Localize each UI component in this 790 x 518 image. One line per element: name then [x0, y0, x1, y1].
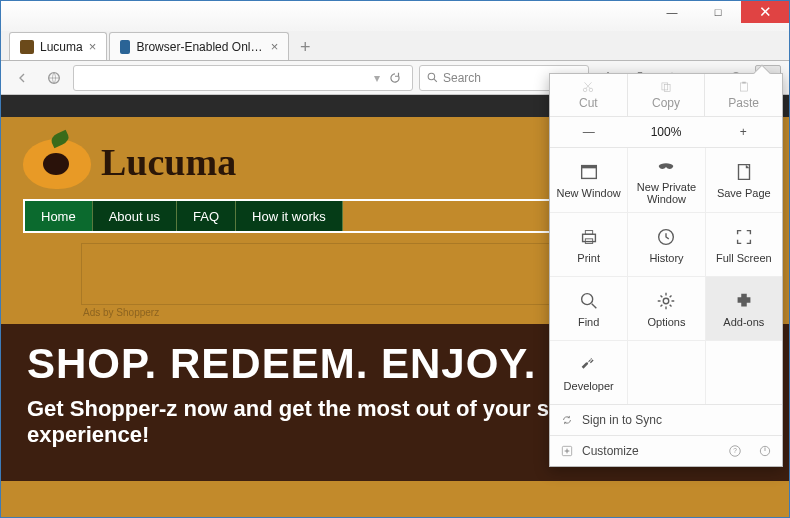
svg-rect-14: [581, 166, 596, 169]
addons-button[interactable]: Add-ons: [705, 276, 782, 340]
nav-faq[interactable]: FAQ: [177, 201, 236, 231]
new-private-window-button[interactable]: New Private Window: [627, 148, 704, 212]
new-tab-button[interactable]: +: [291, 34, 319, 60]
search-placeholder: Search: [443, 71, 481, 85]
dropdown-icon[interactable]: ▾: [374, 71, 380, 85]
favicon-icon: [120, 40, 130, 54]
lucuma-logo-icon: [23, 135, 91, 189]
search-icon: [426, 71, 439, 84]
developer-button[interactable]: Developer: [550, 340, 627, 404]
paste-button[interactable]: Paste: [704, 74, 782, 116]
help-icon[interactable]: ?: [728, 444, 742, 458]
save-page-button[interactable]: Save Page: [705, 148, 782, 212]
options-button[interactable]: Options: [627, 276, 704, 340]
tab-close-icon[interactable]: ×: [89, 39, 97, 54]
minimize-button[interactable]: —: [649, 1, 695, 23]
reload-button[interactable]: [384, 71, 406, 85]
firefox-window: — □ ✕ Lucuma × Browser-Enabled Online Ad…: [0, 0, 790, 518]
maximize-button[interactable]: □: [695, 1, 741, 23]
tab-label: Browser-Enabled Online Advert...: [136, 40, 264, 54]
copy-button[interactable]: Copy: [627, 74, 705, 116]
globe-icon: [41, 65, 67, 91]
svg-rect-10: [664, 85, 670, 92]
svg-rect-9: [662, 83, 668, 90]
svg-point-7: [584, 88, 588, 92]
svg-text:?: ?: [733, 447, 737, 454]
back-button[interactable]: [9, 65, 35, 91]
history-button[interactable]: History: [627, 212, 704, 276]
tab-label: Lucuma: [40, 40, 83, 54]
print-button[interactable]: Print: [550, 212, 627, 276]
new-window-button[interactable]: New Window: [550, 148, 627, 212]
find-button[interactable]: Find: [550, 276, 627, 340]
favicon-icon: [20, 40, 34, 54]
menu-panel: Cut Copy Paste — 100% + New Window New P…: [549, 73, 783, 467]
plus-icon: [560, 444, 574, 458]
full-screen-button[interactable]: Full Screen: [705, 212, 782, 276]
cut-button[interactable]: Cut: [550, 74, 627, 116]
close-button[interactable]: ✕: [741, 1, 789, 23]
svg-point-19: [581, 293, 592, 304]
url-input[interactable]: ▾: [73, 65, 413, 91]
nav-about[interactable]: About us: [93, 201, 177, 231]
nav-how-it-works[interactable]: How it works: [236, 201, 343, 231]
svg-rect-15: [582, 234, 595, 241]
titlebar: — □ ✕: [1, 1, 789, 31]
tab-strip: Lucuma × Browser-Enabled Online Advert..…: [1, 31, 789, 61]
tab-lucuma[interactable]: Lucuma ×: [9, 32, 107, 60]
zoom-in-button[interactable]: +: [705, 121, 782, 143]
svg-rect-12: [742, 82, 746, 84]
brand-name: Lucuma: [101, 140, 236, 184]
tab-close-icon[interactable]: ×: [271, 39, 279, 54]
customize-bar[interactable]: Customize ?: [550, 435, 782, 466]
tab-browser-enabled[interactable]: Browser-Enabled Online Advert... ×: [109, 32, 289, 60]
svg-rect-11: [740, 83, 747, 91]
zoom-value: 100%: [627, 121, 704, 143]
svg-point-8: [589, 88, 593, 92]
sign-in-to-sync-button[interactable]: Sign in to Sync: [550, 404, 782, 435]
svg-point-20: [664, 298, 670, 304]
nav-home[interactable]: Home: [25, 201, 93, 231]
power-icon[interactable]: [758, 444, 772, 458]
zoom-out-button[interactable]: —: [550, 121, 627, 143]
svg-point-1: [428, 73, 435, 80]
